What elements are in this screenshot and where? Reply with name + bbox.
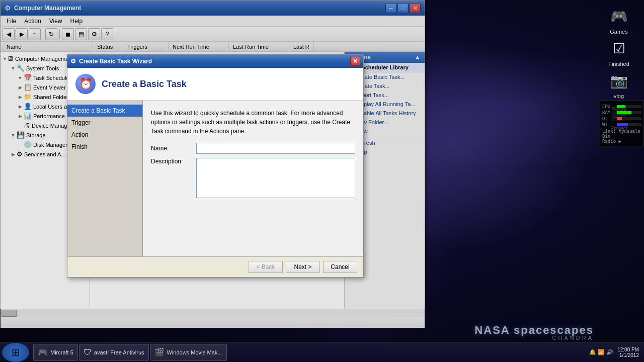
back-button[interactable]: < Back xyxy=(249,261,283,273)
step-finish[interactable]: Finish xyxy=(67,141,142,153)
dialog-header-icon: ⏰ xyxy=(75,74,96,94)
dialog-footer: < Back Next > Cancel xyxy=(67,256,363,277)
step-create-basic-task[interactable]: Create a Basic Task xyxy=(67,105,142,117)
dialog-form-panel: Use this wizard to quickly schedule a co… xyxy=(143,101,363,256)
dialog-header-section: ⏰ Create a Basic Task xyxy=(67,68,363,101)
desktop: 🎮 Games ☑ Finished 📷 vlog 🎬 Project CPU … xyxy=(0,0,644,362)
dialog-overlay: ⚙ Create Basic Task Wizard ✕ ⏰ Create a … xyxy=(0,0,644,362)
dialog-header-title: Create a Basic Task xyxy=(102,79,187,89)
name-input[interactable] xyxy=(196,143,355,154)
dialog-description: Use this wizard to quickly schedule a co… xyxy=(151,109,355,136)
dialog-title-icon: ⚙ xyxy=(70,58,76,65)
dialog-title: Create Basic Task Wizard xyxy=(79,58,350,65)
cancel-button[interactable]: Cancel xyxy=(323,261,357,273)
description-label: Description: xyxy=(151,158,196,165)
description-input[interactable] xyxy=(196,158,355,198)
description-row: Description: xyxy=(151,158,355,198)
step-trigger[interactable]: Trigger xyxy=(67,117,142,129)
dialog-content: Create a Basic Task Trigger Action Finis… xyxy=(67,101,363,256)
dialog-close-button[interactable]: ✕ xyxy=(350,57,360,66)
create-basic-task-dialog: ⚙ Create Basic Task Wizard ✕ ⏰ Create a … xyxy=(67,54,364,278)
name-label: Name: xyxy=(151,145,196,152)
step-action[interactable]: Action xyxy=(67,129,142,141)
dialog-titlebar: ⚙ Create Basic Task Wizard ✕ xyxy=(67,55,363,68)
dialog-steps-panel: Create a Basic Task Trigger Action Finis… xyxy=(67,101,143,256)
next-button[interactable]: Next > xyxy=(286,261,320,273)
name-row: Name: xyxy=(151,143,355,154)
dialog-body: ⏰ Create a Basic Task Create a Basic Tas… xyxy=(67,68,363,256)
